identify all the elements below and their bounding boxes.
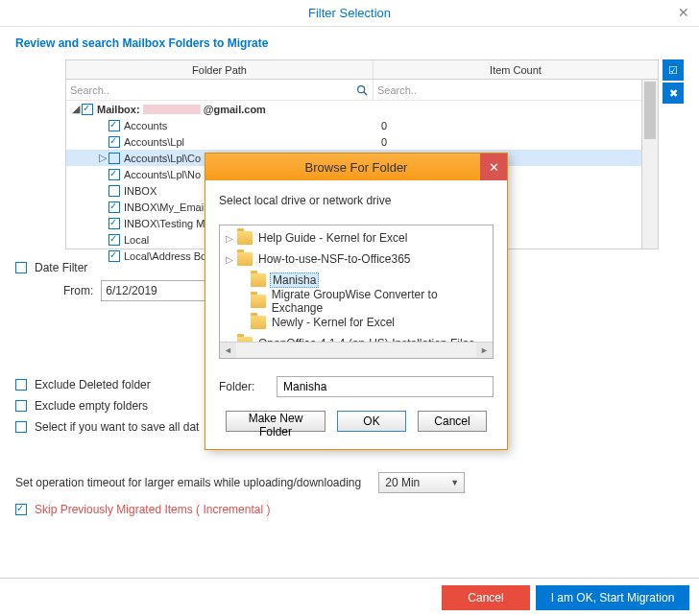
dialog-close-button[interactable]: ✕: [480, 154, 507, 180]
timeout-label: Set operation timeout for larger emails …: [15, 476, 361, 489]
exclude-deleted-label: Exclude Deleted folder: [35, 378, 151, 391]
folder-icon: [237, 231, 253, 245]
folder-icon: [251, 316, 266, 329]
folder-label: Local\Address Bo: [124, 250, 206, 262]
folder-checkbox[interactable]: [82, 104, 93, 115]
column-item-count[interactable]: Item Count: [374, 60, 658, 79]
folder-label: Local: [124, 234, 149, 246]
cancel-button[interactable]: Cancel: [442, 585, 530, 610]
tree-scrollbar[interactable]: [641, 80, 658, 249]
expand-icon[interactable]: ▷: [226, 254, 237, 265]
scroll-right-icon[interactable]: ►: [476, 343, 493, 359]
folder-label: Accounts: [124, 120, 167, 131]
dialog-prompt: Select local drive or network drive: [219, 194, 494, 207]
svg-point-0: [358, 85, 365, 92]
search-icon: [355, 83, 369, 97]
folder-browser-tree[interactable]: ▷Help Guide - Kernel for Excel▷How-to-us…: [219, 225, 494, 359]
search-count-input[interactable]: Search..: [374, 80, 658, 100]
section-header: Review and search Mailbox Folders to Mig…: [15, 36, 684, 50]
item-count: 0: [374, 136, 658, 148]
dialog-title-bar: Browse For Folder ✕: [205, 154, 507, 180]
folder-checkbox[interactable]: [108, 153, 120, 164]
date-filter-checkbox[interactable]: [15, 262, 27, 273]
folder-name-input[interactable]: [277, 376, 494, 397]
dialog-cancel-button[interactable]: Cancel: [418, 411, 487, 432]
tree-row[interactable]: Accounts0: [66, 117, 658, 133]
search-path-input[interactable]: Search..: [66, 80, 374, 100]
column-folder-path[interactable]: Folder Path: [66, 60, 374, 79]
exclude-deleted-checkbox[interactable]: [15, 379, 27, 391]
folder-checkbox[interactable]: [108, 169, 120, 180]
folder-checkbox[interactable]: [108, 201, 120, 213]
folder-checkbox[interactable]: [108, 250, 120, 262]
browser-tree-item[interactable]: ▷Help Guide - Kernel for Excel: [222, 227, 491, 249]
folder-checkbox[interactable]: [108, 136, 120, 148]
clear-all-button[interactable]: ✖: [663, 83, 684, 104]
expand-icon[interactable]: ▷: [226, 233, 237, 244]
svg-line-1: [364, 91, 368, 95]
date-from-input[interactable]: 6/12/2019 ▾: [101, 280, 216, 301]
save-all-label: Select if you want to save all dat: [35, 420, 199, 434]
skip-migrated-checkbox[interactable]: [15, 504, 27, 515]
folder-label: Accounts\Lpl\No: [124, 169, 201, 180]
folder-name: Migrate GroupWise Converter to Exchange: [270, 288, 491, 315]
save-all-checkbox[interactable]: [15, 421, 27, 433]
item-count: 0: [374, 120, 658, 131]
tree-row[interactable]: Accounts\Lpl0: [66, 133, 658, 150]
folder-checkbox[interactable]: [108, 185, 120, 197]
close-icon[interactable]: ✕: [678, 5, 689, 20]
window-title: Filter Selection: [308, 6, 391, 20]
folder-icon: [251, 273, 266, 287]
folder-label: INBOX\Testing M: [124, 218, 205, 229]
folder-name: Help Guide - Kernel for Excel: [256, 231, 409, 245]
timeout-dropdown[interactable]: 20 Min ▼: [378, 472, 465, 493]
folder-icon: [237, 252, 253, 266]
folder-label: INBOX\My_Email: [124, 201, 206, 213]
folder-name: Newly - Kernel for Excel: [270, 316, 397, 329]
dialog-title: Browse For Folder: [305, 160, 408, 175]
select-all-button[interactable]: ☑: [663, 59, 684, 81]
exclude-empty-label: Exclude empty folders: [35, 399, 148, 413]
folder-checkbox[interactable]: [108, 234, 120, 246]
exclude-empty-checkbox[interactable]: [15, 400, 27, 412]
make-new-folder-button[interactable]: Make New Folder: [226, 411, 325, 432]
folder-name: Manisha: [270, 272, 319, 288]
folder-icon: [251, 295, 266, 308]
browser-tree-item[interactable]: Migrate GroupWise Converter to Exchange: [222, 291, 491, 312]
window-title-bar: Filter Selection ✕: [0, 0, 699, 27]
folder-label: INBOX: [124, 185, 157, 197]
folder-label: Accounts\Lpl: [124, 136, 184, 148]
chevron-down-icon: ▼: [450, 478, 459, 487]
start-migration-button[interactable]: I am OK, Start Migration: [536, 585, 689, 610]
horizontal-scrollbar[interactable]: ◄ ►: [220, 342, 493, 358]
folder-checkbox[interactable]: [108, 120, 120, 131]
folder-field-label: Folder:: [219, 380, 267, 393]
folder-checkbox[interactable]: [108, 218, 120, 229]
tree-root-row[interactable]: ◢Mailbox: @gmail.com: [66, 101, 658, 117]
browser-tree-item[interactable]: Newly - Kernel for Excel: [222, 312, 491, 333]
folder-name: How-to-use-NSF-to-Office365: [256, 252, 413, 266]
browse-folder-dialog: Browse For Folder ✕ Select local drive o…: [205, 153, 508, 450]
date-from-label: From:: [63, 284, 93, 297]
ok-button[interactable]: OK: [337, 411, 406, 432]
scroll-left-icon[interactable]: ◄: [220, 343, 236, 359]
browser-tree-item[interactable]: ▷How-to-use-NSF-to-Office365: [222, 249, 491, 270]
folder-label: Accounts\Lpl\Co: [124, 153, 201, 164]
skip-migrated-label: Skip Previously Migrated Items ( Increme…: [35, 503, 270, 516]
